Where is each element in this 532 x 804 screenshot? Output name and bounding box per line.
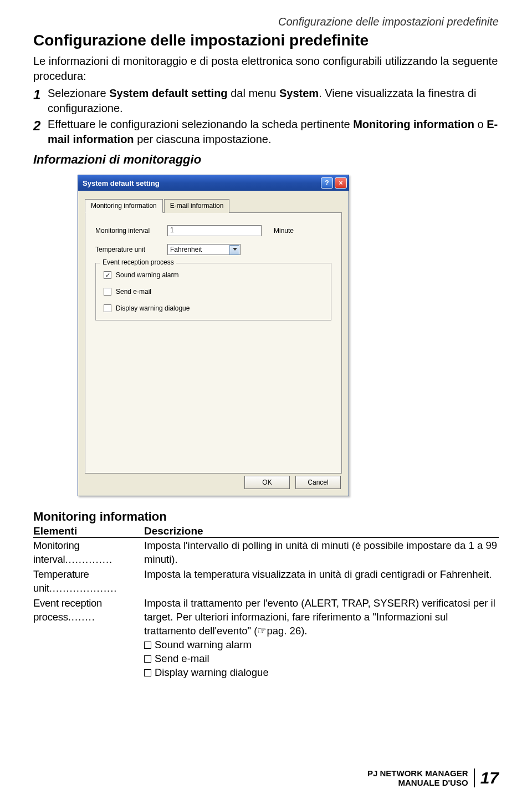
col-elementi: Elementi (33, 525, 144, 537)
groupbox-event: Event reception process ✓ Sound warning … (95, 263, 331, 320)
col-descrizione: Descrizione (144, 525, 499, 537)
footer: PJ NETWORK MANAGER MANUALE D'USO 17 (367, 769, 499, 788)
desc-label: Event reception process........ (33, 597, 144, 680)
subhead: Informazioni di monitoraggio (33, 152, 499, 167)
desc-body: Imposta la temperatura visualizzata in u… (144, 568, 499, 596)
check-label: Sound warning alarm (116, 271, 178, 279)
chevron-down-icon (233, 248, 237, 251)
suffix-minute: Minute (274, 227, 294, 235)
bullet-square-icon (144, 669, 151, 676)
cancel-button[interactable]: Cancel (295, 476, 341, 489)
row-interval: Monitoring interval 1 Minute (95, 225, 331, 236)
tab-strip: Monitoring information E-mail informatio… (85, 199, 342, 213)
bullet-square-icon (144, 642, 151, 649)
check-label: Send e-mail (116, 288, 151, 296)
dialog-window: System default setting ? × Monitoring in… (78, 175, 349, 496)
row-tempunit: Temperature unit Fahrenheit (95, 244, 331, 255)
check-email[interactable]: Send e-mail (104, 288, 323, 296)
checkbox-icon: ✓ (104, 271, 111, 279)
step-number: 2 (33, 117, 48, 135)
tab-email[interactable]: E-mail information (164, 199, 230, 213)
step-body: Selezionare System default setting dal m… (48, 86, 499, 116)
group-legend: Event reception process (100, 258, 176, 266)
step-2: 2 Effettuare le configurazioni seleziona… (33, 117, 499, 147)
dialog-body: Monitoring information E-mail informatio… (78, 191, 349, 496)
check-sound[interactable]: ✓ Sound warning alarm (104, 271, 323, 279)
select-value: Fahrenheit (170, 246, 202, 253)
input-interval[interactable]: 1 (167, 225, 262, 236)
footer-text: PJ NETWORK MANAGER MANUALE D'USO (367, 769, 468, 788)
titlebar: System default setting ? × (78, 175, 349, 191)
desc-body: Imposta l'intervallo di polling in unità… (144, 539, 499, 567)
desc-row-interval: Monitoring interval.............. Impost… (33, 539, 499, 567)
desc-body: Imposta il trattamento per l'evento (ALE… (144, 597, 499, 680)
desc-label: Temperature unit.................... (33, 568, 144, 596)
help-button[interactable]: ? (321, 177, 333, 189)
intro-text: Le informazioni di monitoraggio e di pos… (33, 54, 499, 84)
section-title: Monitoring information (33, 510, 499, 524)
check-display[interactable]: Display warning dialogue (104, 304, 323, 312)
step-body: Effettuare le configurazioni selezionand… (48, 117, 499, 147)
page-number: 17 (474, 769, 499, 787)
bullet-square-icon (144, 655, 151, 663)
select-tempunit[interactable]: Fahrenheit (167, 244, 241, 255)
checkbox-icon (104, 304, 111, 312)
tab-panel: Monitoring interval 1 Minute Temperature… (85, 213, 342, 474)
close-button[interactable]: × (335, 177, 347, 189)
desc-label: Monitoring interval.............. (33, 539, 144, 567)
desc-row-temp: Temperature unit.................... Imp… (33, 568, 499, 596)
page-title: Configurazione delle impostazioni predef… (33, 32, 499, 49)
table-head: Elementi Descrizione (33, 525, 499, 538)
titlebar-text: System default setting (83, 179, 321, 187)
step-number: 1 (33, 86, 48, 104)
step-1: 1 Selezionare System default setting dal… (33, 86, 499, 116)
ok-button[interactable]: OK (244, 476, 290, 489)
desc-row-event: Event reception process........ Imposta … (33, 597, 499, 680)
checkbox-icon (104, 288, 111, 296)
dialog-buttons: OK Cancel (244, 476, 341, 489)
check-label: Display warning dialogue (116, 304, 190, 312)
running-head: Configurazione delle impostazioni predef… (33, 16, 499, 28)
label-interval: Monitoring interval (95, 227, 167, 235)
tab-monitoring[interactable]: Monitoring information (85, 199, 163, 213)
label-tempunit: Temperature unit (95, 246, 167, 253)
